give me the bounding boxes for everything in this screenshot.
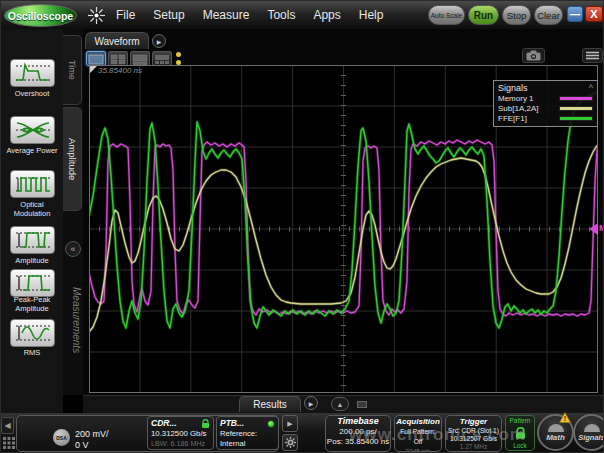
layout-rows-button[interactable] bbox=[130, 51, 150, 66]
cdr-panel[interactable]: CDR... 10.312500 Gb/s LBW: 6.186 MHz bbox=[147, 416, 214, 450]
play-setup-button[interactable]: ▶ bbox=[282, 415, 298, 432]
signals-button[interactable]: Signals bbox=[573, 414, 604, 451]
legend-item-memory1[interactable]: Memory 1 bbox=[498, 94, 593, 103]
amplitude-icon bbox=[14, 229, 52, 251]
legend-item-sub1a2a[interactable]: Sub[1A,2A] bbox=[498, 104, 593, 113]
rms-icon bbox=[14, 322, 52, 344]
peak-peak-amplitude-label: Peak-Peak Amplitude bbox=[1, 295, 63, 313]
dome-icon bbox=[546, 423, 566, 432]
waveform-tab[interactable]: Waveform bbox=[85, 32, 149, 49]
peak-peak-amplitude-icon bbox=[14, 272, 52, 294]
close-button[interactable]: X bbox=[585, 6, 603, 22]
tab-amplitude[interactable]: Amplitude bbox=[63, 107, 82, 211]
optical-modulation-icon bbox=[14, 173, 52, 195]
collapse-sidebar-button[interactable]: « bbox=[65, 241, 81, 257]
title-bar: Oscilloscope File Setup Measure Tools Ap… bbox=[1, 1, 604, 29]
hamburger-icon bbox=[586, 51, 599, 60]
memory1-color-swatch bbox=[559, 96, 593, 101]
apps-grid-icon[interactable] bbox=[3, 437, 15, 449]
display-menu-button[interactable] bbox=[582, 48, 603, 63]
ptb-line1: Reference: bbox=[220, 429, 275, 439]
screenshot-button[interactable] bbox=[522, 48, 545, 63]
ffef1-color-swatch bbox=[559, 116, 593, 121]
warning-icon: ! bbox=[559, 412, 571, 423]
menu-help[interactable]: Help bbox=[350, 1, 393, 29]
layout-quad-button[interactable] bbox=[108, 51, 128, 66]
legend-title: Signals bbox=[498, 83, 528, 93]
svg-text:!: ! bbox=[564, 415, 566, 422]
average-power-button[interactable] bbox=[10, 116, 55, 144]
cdr-title: CDR... bbox=[151, 418, 177, 429]
oscilloscope-window: Oscilloscope File Setup Measure Tools Ap… bbox=[0, 0, 604, 453]
dsa-badge: DSA bbox=[53, 429, 70, 446]
sub1a2a-color-swatch bbox=[559, 106, 593, 111]
scroll-left-button[interactable]: ◀ bbox=[1, 417, 14, 434]
clear-button[interactable]: Clear bbox=[534, 5, 563, 25]
measurements-sidebar: Overshoot Average Power Optical Modulati… bbox=[1, 29, 63, 413]
lock-icon bbox=[201, 419, 210, 429]
ptb-line2: Internal Reference bbox=[220, 439, 275, 450]
status-dot-1 bbox=[176, 52, 181, 57]
waveform-tab-play-icon[interactable]: ▶ bbox=[152, 34, 166, 48]
overshoot-icon bbox=[14, 62, 52, 84]
results-play-icon[interactable]: ▶ bbox=[304, 396, 318, 410]
m1-marker-icon[interactable] bbox=[589, 223, 598, 235]
m1-marker-label: M1 bbox=[599, 223, 604, 233]
spark-icon bbox=[88, 7, 105, 24]
results-mini-icon[interactable] bbox=[357, 401, 367, 408]
amplitude-button[interactable] bbox=[10, 226, 55, 254]
measurements-vertical-label: Measurements bbox=[64, 287, 82, 353]
auto-scale-button[interactable]: Auto Scale bbox=[428, 5, 465, 25]
average-power-icon bbox=[14, 119, 52, 141]
legend-collapse-icon[interactable]: ^ bbox=[589, 83, 593, 93]
oscilloscope-logo: Oscilloscope bbox=[4, 4, 77, 27]
rms-button[interactable] bbox=[10, 319, 55, 347]
average-power-label: Average Power bbox=[1, 146, 63, 155]
gear-icon bbox=[285, 437, 296, 448]
rms-label: RMS bbox=[1, 348, 63, 357]
settings-gear-button[interactable] bbox=[282, 434, 298, 451]
layout-grid-button[interactable] bbox=[152, 51, 172, 66]
menu-file[interactable]: File bbox=[107, 1, 144, 29]
overshoot-label: Overshoot bbox=[1, 89, 63, 98]
optical-modulation-label: Optical Modulation bbox=[1, 200, 63, 218]
layout-single-button[interactable] bbox=[86, 51, 106, 66]
cdr-rate: 10.312500 Gb/s bbox=[151, 429, 210, 439]
results-tab[interactable]: Results bbox=[239, 396, 301, 412]
site-watermark: www.cntronics.com bbox=[349, 425, 526, 445]
math-label: Math bbox=[546, 433, 565, 442]
tab-time[interactable]: Time bbox=[63, 35, 82, 105]
overshoot-button[interactable] bbox=[10, 59, 55, 87]
ptb-status-led bbox=[267, 420, 275, 428]
menu-measure[interactable]: Measure bbox=[194, 1, 259, 29]
stop-button[interactable]: Stop bbox=[502, 5, 531, 25]
minimize-button[interactable]: — bbox=[567, 6, 583, 22]
dome-icon bbox=[582, 423, 602, 432]
amplitude-label: Amplitude bbox=[1, 256, 63, 265]
ptb-title: PTB... bbox=[220, 418, 244, 429]
pattern-lock-top-label: Pattern bbox=[510, 417, 531, 424]
channel-offset: 0 V bbox=[75, 440, 89, 450]
camera-icon bbox=[526, 50, 541, 61]
signals-legend: Signals ^ Memory 1 Sub[1A,2A] FFE[F1] bbox=[493, 80, 598, 127]
acquisition-line2: 2345 pts bbox=[395, 447, 441, 452]
optical-modulation-button[interactable] bbox=[10, 170, 55, 198]
menu-setup[interactable]: Setup bbox=[144, 1, 193, 29]
run-button[interactable]: Run bbox=[468, 5, 499, 25]
legend-item-ffef1[interactable]: FFE[F1] bbox=[498, 114, 593, 123]
menu-apps[interactable]: Apps bbox=[304, 1, 349, 29]
cdr-lbw: LBW: 6.186 MHz bbox=[151, 439, 210, 449]
menu-tools[interactable]: Tools bbox=[258, 1, 304, 29]
menu-bar: File Setup Measure Tools Apps Help bbox=[107, 1, 392, 29]
channel-scale: 200 mV/ bbox=[75, 429, 109, 439]
timebase-position-marker bbox=[90, 66, 97, 73]
signals-label: Signals bbox=[578, 433, 604, 442]
peak-peak-amplitude-button[interactable] bbox=[10, 269, 55, 297]
ptb-panel[interactable]: PTB... Reference: Internal Reference bbox=[216, 416, 279, 450]
timebase-position-label: 35.85400 ns bbox=[98, 66, 142, 75]
collapse-results-button[interactable]: ▲ bbox=[331, 397, 349, 411]
